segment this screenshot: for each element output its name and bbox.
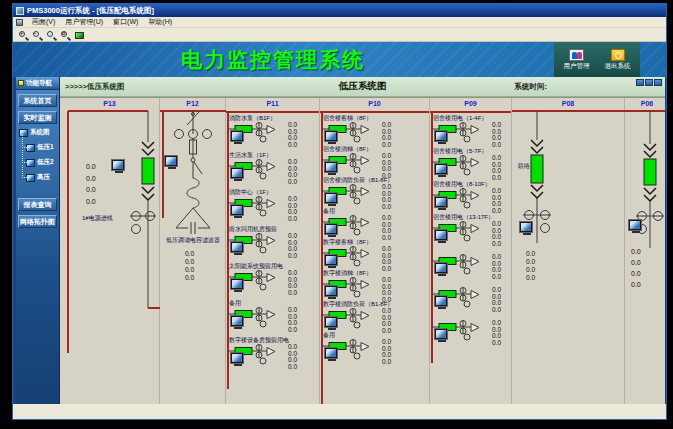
window-title: PMS3000运行系统 - [低压配电系统图] [27, 6, 154, 16]
mdi-minimize-button[interactable] [636, 79, 644, 86]
monitor-icon [435, 197, 447, 207]
feeder-label: 数字楼客梯（8F） [323, 238, 429, 246]
feeder-row[interactable]: 0.00.00.00.0 [430, 246, 511, 279]
measurement-values: 0.00.00.00.0 [492, 287, 501, 313]
feeder-row[interactable]: 雨水回用机房预留 0.00.00.00.0 [226, 225, 319, 262]
breaker-closed-icon[interactable] [142, 158, 154, 184]
bus-bar [430, 111, 511, 113]
nav-icon [18, 80, 24, 86]
monitor-icon [325, 286, 337, 296]
sidebar-item-network-topology[interactable]: 网络拓扑图 [18, 215, 57, 228]
mdi-close-button[interactable] [654, 79, 662, 86]
feeder-row[interactable]: 数字楼客梯（8F） 0.00.00.00.0 [320, 238, 429, 269]
toolbar: + - ¤ [13, 28, 666, 42]
menu-view[interactable]: 画面(V) [27, 17, 60, 27]
feeder-row[interactable]: 太阳能系统预留用电 0.00.00.00.0 [226, 262, 319, 299]
breaker-closed-icon[interactable] [644, 159, 656, 185]
measurement-values: 0.00.00.00.0 [288, 233, 297, 259]
measurement-values: 0.00.00.00.0 [288, 196, 297, 222]
measurement-values: 0.00.00.00.0 [492, 254, 501, 280]
column-header: P10 [320, 100, 429, 107]
feeder-row[interactable]: 宿舍楼客梯（8F） 0.00.00.00.0 [320, 114, 429, 145]
feeder-row[interactable]: 宿舍楼用电（1-4F） 0.00.00.00.0 [430, 114, 511, 147]
feeder-row[interactable]: 数字楼消梯（8F） 0.00.00.00.0 [320, 269, 429, 300]
tree-node-lv2[interactable]: 低压2 [26, 158, 59, 167]
measurement-values: 0.00.00.00.0 [288, 159, 297, 185]
feeder-label: 数字楼设备房预留用电 [229, 336, 319, 344]
tree-node-lv1[interactable]: 低压1 [26, 143, 59, 152]
system-diagram-tree: 系统图 低压1 低压2 高压 [19, 126, 59, 182]
screen-icon[interactable] [72, 29, 85, 41]
diagram-column-P08: P08 联络0.00.00.00.0 [512, 98, 625, 404]
app-title: 电力监控管理系统 [181, 46, 365, 74]
screen-icon [26, 174, 35, 182]
bus-bar [320, 111, 429, 113]
feeder-row[interactable]: 0.00.00.00.0 [430, 279, 511, 312]
users-icon [569, 49, 584, 61]
feeder-row[interactable]: 备用 0.00.00.00.0 [320, 331, 429, 362]
tree-node-hv[interactable]: 高压 [26, 173, 59, 182]
feeder-row[interactable]: 消防水泵（B1F） 0.00.00.00.0 [226, 114, 319, 151]
zoom-out-icon[interactable]: - [30, 29, 43, 41]
measurement-values: 0.00.00.00.0 [185, 250, 194, 282]
monitor-icon [231, 131, 243, 141]
sidebar-item-report-query[interactable]: 报表查询 [18, 198, 57, 211]
sidebar-item-home[interactable]: 系统首页 [18, 94, 57, 107]
oneline-diagram: P13 0.00.00.00.01#电源进线P12 低压调谐电容滤波器0.00.… [60, 97, 665, 404]
feeder-label: 太阳能系统预留用电 [229, 262, 319, 270]
measurement-values: 0.00.00.00.0 [86, 161, 96, 207]
feeder-row[interactable]: 宿舍楼用电（8-10F） 0.00.00.00.0 [430, 180, 511, 213]
mdi-restore-button[interactable] [645, 79, 653, 86]
monitor-icon [435, 296, 447, 306]
feeder-row[interactable]: 备用 0.00.00.00.0 [320, 207, 429, 238]
main-panel: >>>>>低压系统图 低压系统图 系统时间: P13 0.00.00.00.01… [60, 77, 665, 404]
page-title: 低压系统图 [60, 80, 665, 93]
menu-help[interactable]: 帮助(H) [143, 17, 177, 27]
zoom-reset-icon[interactable] [44, 29, 57, 41]
measurement-values: 0.00.00.00.0 [492, 122, 501, 148]
system-time-label: 系统时间: [515, 82, 548, 92]
feeder-row[interactable]: 宿舍楼用电（5-7F） 0.00.00.00.0 [430, 147, 511, 180]
monitor-icon [435, 329, 447, 339]
monitor-icon [435, 263, 447, 273]
feeder-row[interactable]: 宿舍楼消防负荷（B1-8F） 0.00.00.00.0 [320, 176, 429, 207]
measurement-values: 0.00.00.00.0 [492, 155, 501, 181]
feeder-row[interactable]: 0.00.00.00.0 [430, 312, 511, 345]
measurement-values: 0.00.00.00.0 [631, 246, 641, 290]
breaker-closed-icon[interactable] [531, 155, 543, 183]
feeder-row[interactable]: 数字楼消防负荷（B1-8F） 0.00.00.00.0 [320, 300, 429, 331]
sidebar-item-realtime-monitor[interactable]: 实时监测 [18, 111, 57, 124]
feeder-label: 消防水泵（B1F） [229, 114, 319, 122]
measurement-values: 0.00.00.00.0 [288, 307, 297, 333]
zoom-selection-icon[interactable]: ¤ [58, 29, 71, 41]
feeder-row[interactable]: 宿舍楼消梯（8F） 0.00.00.00.0 [320, 145, 429, 176]
banner-button-panel: 用户管理 退出系统 [554, 42, 640, 77]
diagram-column-P10: P10 宿舍楼客梯（8F） 0.00.00.00.0 宿舍楼消梯（8F） 0.0… [320, 98, 430, 404]
user-management-button[interactable]: 用户管理 [564, 49, 590, 71]
monitor-icon [325, 348, 337, 358]
feeder-label: 数字楼消防负荷（B1-8F） [323, 300, 429, 308]
column-header: P11 [226, 100, 319, 107]
monitor-icon [325, 162, 337, 172]
title-bar: PMS3000运行系统 - [低压配电系统图] [13, 4, 666, 17]
feeder-label: 雨水回用机房预留 [229, 225, 319, 233]
diagram-column-P06: P06 0.00.00.00.0 [625, 98, 665, 404]
feeder-row[interactable]: 备用 0.00.00.00.0 [226, 299, 319, 336]
menu-window[interactable]: 窗口(W) [108, 17, 143, 27]
app-icon [16, 7, 24, 15]
diagram-column-P12: P12 低压调谐电容滤波器0.00.00.00.0 [160, 98, 226, 404]
menu-user-management[interactable]: 用户管理(U) [60, 17, 108, 27]
column-header: P09 [430, 100, 511, 107]
monitor-icon [435, 164, 447, 174]
feeder-row[interactable]: 数字楼设备房预留用电 0.00.00.00.0 [226, 336, 319, 373]
monitor-icon [231, 353, 243, 363]
exit-system-button[interactable]: 退出系统 [605, 49, 631, 71]
feeder-label: 消防中心（1F） [229, 188, 319, 196]
zoom-in-icon[interactable]: + [16, 29, 29, 41]
feeder-row[interactable]: 生活水泵（1F） 0.00.00.00.0 [226, 151, 319, 188]
feeder-row[interactable]: 宿舍楼用电（13-17F） 0.00.00.00.0 [430, 213, 511, 246]
feeder-row[interactable]: 消防中心（1F） 0.00.00.00.0 [226, 188, 319, 225]
bus-bar [226, 111, 319, 113]
diagram-column-P13: P13 0.00.00.00.01#电源进线 [60, 98, 160, 404]
exit-icon [611, 49, 625, 61]
